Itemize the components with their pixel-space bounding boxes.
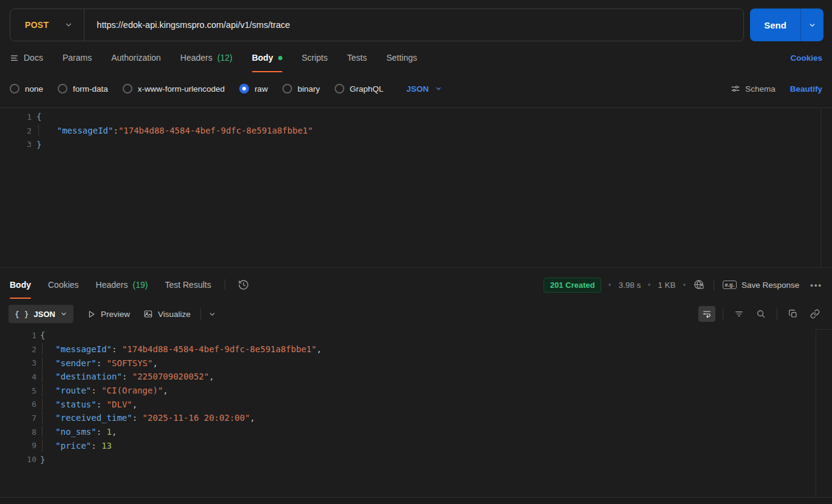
request-body-editor[interactable]: 1{2 "messageId":"174b4d88-4584-4bef-9dfc…: [0, 107, 832, 268]
code-line: 9 "price": 13: [0, 439, 832, 453]
tab-label: Cookies: [48, 280, 79, 290]
braces-icon: { }: [15, 310, 29, 319]
code-line: 7 "received_time": "2025-11-16 20:02:00"…: [0, 411, 832, 425]
code-text: "messageId": "174b4d88-4584-4bef-9dfc-8e…: [40, 344, 322, 354]
line-number: 2: [10, 345, 36, 354]
body-mode-graphql[interactable]: GraphQL: [335, 84, 384, 94]
response-tab-headers[interactable]: Headers (19): [96, 268, 148, 302]
preview-label: Preview: [101, 310, 130, 319]
radio-icon: [58, 84, 67, 94]
tab-params[interactable]: Params: [63, 41, 92, 74]
divider: [777, 308, 777, 319]
tab-settings[interactable]: Settings: [386, 41, 417, 74]
tab-label: Scripts: [302, 53, 328, 63]
tab-docs[interactable]: Docs: [10, 41, 43, 74]
code-line: 3}: [0, 137, 832, 151]
link-button[interactable]: [806, 306, 823, 322]
play-icon: [87, 310, 96, 319]
send-button[interactable]: Send: [750, 9, 800, 41]
code-text: {: [40, 330, 45, 340]
wrap-text-button[interactable]: [698, 306, 715, 322]
method-selector[interactable]: POST: [10, 9, 84, 41]
tab-count: (12): [217, 53, 233, 63]
schema-button[interactable]: Schema: [731, 84, 776, 94]
tab-count: (19): [133, 280, 148, 290]
response-size[interactable]: 1 KB: [658, 281, 675, 290]
beautify-button[interactable]: Beautify: [790, 84, 822, 94]
mode-label: form-data: [73, 84, 108, 94]
code-text: "price": 13: [40, 441, 112, 451]
chevron-down-icon: [808, 21, 816, 29]
more-views-button[interactable]: [208, 310, 216, 318]
send-options-button[interactable]: [800, 9, 823, 41]
filter-button[interactable]: [731, 306, 748, 322]
copy-icon: [788, 309, 798, 319]
scrollbar-track[interactable]: [816, 329, 816, 498]
line-number: 5: [10, 386, 36, 395]
tab-tests[interactable]: Tests: [347, 41, 367, 74]
history-clock-icon: [237, 279, 250, 291]
body-mode-raw[interactable]: raw: [239, 84, 268, 94]
mode-row-actions: Schema Beautify: [731, 84, 822, 94]
response-body-viewer[interactable]: 1{2 "messageId": "174b4d88-4584-4bef-9df…: [0, 326, 832, 504]
line-number: 3: [10, 358, 36, 367]
raw-language-select[interactable]: JSON: [406, 84, 442, 94]
divider: [225, 279, 225, 290]
language-label: JSON: [406, 84, 429, 94]
body-mode-binary[interactable]: binary: [282, 84, 320, 94]
tab-headers[interactable]: Headers (12): [180, 41, 233, 74]
code-text: "sender": "SOFTSYS",: [40, 358, 158, 368]
code-line: 1{: [0, 329, 832, 342]
more-options-button[interactable]: •••: [810, 281, 822, 290]
radio-icon: [282, 84, 292, 94]
mode-label: GraphQL: [350, 84, 384, 94]
divider: [200, 308, 201, 319]
tab-scripts[interactable]: Scripts: [302, 41, 328, 74]
save-response-button[interactable]: e.g. Save Response: [723, 281, 800, 290]
code-text: "destination": "2250709020052",: [40, 372, 214, 381]
body-mode-row: none form-data x-www-form-urlencoded raw…: [0, 74, 832, 103]
code-line: 2 "messageId": "174b4d88-4584-4bef-9dfc-…: [0, 342, 832, 356]
response-tab-test-results[interactable]: Test Results: [165, 268, 211, 302]
copy-button[interactable]: [785, 306, 802, 322]
chevron-down-icon: [435, 85, 442, 92]
body-mode-none[interactable]: none: [10, 84, 43, 94]
request-tabs: Docs Params Authorization Headers (12) B…: [0, 41, 832, 74]
preview-button[interactable]: Preview: [87, 310, 130, 319]
code-line: 5 "route": "CI(Orange)",: [0, 384, 832, 398]
chevron-down-icon: [60, 310, 67, 318]
body-modified-dot: [278, 56, 282, 60]
status-badge[interactable]: 201 Created: [544, 278, 602, 293]
globe-lock-icon: [693, 279, 705, 291]
visualize-label: Visualize: [158, 310, 191, 319]
schema-label: Schema: [745, 84, 776, 94]
scrollbar-corner: [816, 329, 832, 330]
body-mode-urlencoded[interactable]: x-www-form-urlencoded: [123, 84, 225, 94]
code-text: "no_sms": 1,: [40, 427, 117, 437]
response-tab-cookies[interactable]: Cookies: [48, 268, 79, 302]
tab-authorization[interactable]: Authorization: [111, 41, 161, 74]
radio-icon: [10, 84, 19, 94]
response-tab-body[interactable]: Body: [10, 268, 31, 302]
code-line: 6 "status": "DLV",: [0, 397, 832, 411]
mode-label: binary: [298, 84, 320, 94]
tab-body[interactable]: Body: [252, 41, 282, 74]
visualize-button[interactable]: Visualize: [143, 309, 191, 319]
dot-separator: [609, 284, 611, 286]
format-label: JSON: [33, 310, 55, 319]
method-label: POST: [25, 20, 49, 30]
search-button[interactable]: [752, 306, 769, 322]
line-number: 3: [10, 140, 32, 149]
cookies-link[interactable]: Cookies: [790, 53, 822, 63]
url-input[interactable]: https://edok-api.kingsmspro.com/api/v1/s…: [84, 20, 290, 30]
body-mode-form-data[interactable]: form-data: [58, 84, 108, 94]
network-security-button[interactable]: [693, 279, 705, 291]
response-time[interactable]: 3.98 s: [618, 281, 641, 290]
tab-label: Body: [10, 280, 31, 290]
response-history-button[interactable]: [237, 279, 250, 291]
line-number: 4: [10, 372, 36, 381]
response-format-select[interactable]: { } JSON: [9, 305, 73, 323]
response-header: Body Cookies Headers (19) Test Results 2…: [0, 268, 832, 302]
mode-label: raw: [254, 84, 268, 94]
wrap-text-icon: [702, 309, 712, 319]
